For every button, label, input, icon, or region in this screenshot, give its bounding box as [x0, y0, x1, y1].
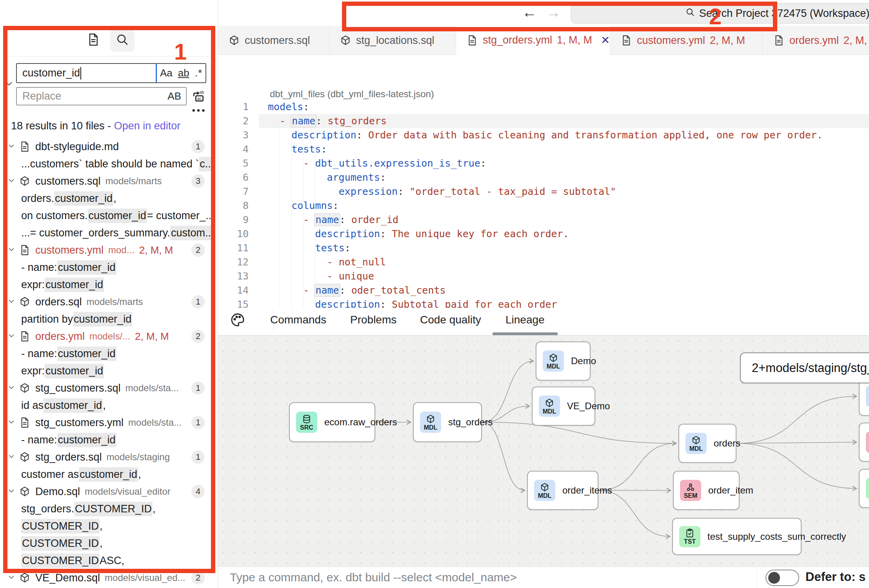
- editor-tab[interactable]: stg_locations.sql: [329, 26, 456, 55]
- chevron-down-icon[interactable]: [7, 175, 19, 187]
- code-line[interactable]: 11 tests:: [218, 241, 869, 255]
- code-line[interactable]: 2 - name: stg_orders: [218, 114, 869, 128]
- result-match-row[interactable]: CUSTOMER_ID,: [4, 535, 216, 552]
- result-match-row[interactable]: ...= customer_orders_summary.custom...: [4, 224, 216, 241]
- chevron-down-icon[interactable]: [7, 330, 19, 343]
- search-panel-button[interactable]: [110, 29, 135, 52]
- result-match-row[interactable]: stg_orders.CUSTOMER_ID,: [4, 500, 216, 517]
- chevron-down-icon[interactable]: [4, 78, 14, 90]
- editor-tab[interactable]: customers.yml2, M, M: [610, 26, 763, 55]
- file-name: orders.yml: [35, 330, 85, 343]
- result-match-row[interactable]: customer as customer_id,: [4, 466, 216, 483]
- result-match-row[interactable]: partition by customer_id: [4, 310, 216, 328]
- code-line[interactable]: 5 - dbt_utils.expression_is_true:: [218, 156, 869, 171]
- result-file-row[interactable]: customers.ymlmod...2, M, M2: [4, 241, 216, 259]
- lineage-node-orders[interactable]: MDLorders: [678, 424, 736, 463]
- code-line[interactable]: 15 description: Subtotal paid for each o…: [218, 298, 869, 308]
- lineage-selector-node[interactable]: 2+models/staging/stg_or: [740, 352, 869, 383]
- defer-toggle[interactable]: [765, 570, 799, 586]
- result-file-row[interactable]: orders.ymlmodels/...2, M, M2: [4, 328, 216, 345]
- result-match-row[interactable]: orders.customer_id,: [4, 190, 216, 207]
- command-input[interactable]: Type a command, ex. dbt build --select <…: [230, 571, 517, 584]
- replace-placeholder: Replace: [17, 90, 61, 102]
- result-match-row[interactable]: expr: customer_id: [4, 362, 216, 379]
- match-highlight: customer_id: [73, 312, 132, 327]
- chevron-down-icon[interactable]: [7, 382, 19, 394]
- line-number: 15: [218, 298, 249, 308]
- chevron-down-icon[interactable]: [7, 141, 19, 153]
- lineage-node-ecom.raw_orders[interactable]: SRCecom.raw_orders: [289, 402, 375, 442]
- code-line[interactable]: 13 - unique: [218, 269, 869, 283]
- more-options-button[interactable]: •••: [191, 105, 208, 116]
- back-arrow-icon[interactable]: ←: [522, 4, 537, 21]
- search-value: customer_id: [17, 67, 80, 79]
- result-match-row[interactable]: expr: customer_id: [4, 276, 216, 293]
- result-file-row[interactable]: orders.sqlmodels/marts1: [4, 293, 216, 310]
- chevron-down-icon[interactable]: [7, 417, 19, 429]
- code-line[interactable]: 12 - not_null: [218, 255, 869, 269]
- chevron-down-icon[interactable]: [7, 572, 19, 584]
- code-line[interactable]: 10 description: The unique key for each …: [218, 227, 869, 241]
- code-line[interactable]: 4 tests:: [218, 142, 869, 156]
- code-line[interactable]: 9 - name: order_id: [218, 213, 869, 227]
- code-line[interactable]: 3 description: Order data with basic cle…: [218, 128, 869, 142]
- code-line[interactable]: 14 - name: oder_total_cents: [218, 283, 869, 298]
- lineage-node-Demo[interactable]: MDLDemo: [536, 341, 591, 381]
- editor-tab[interactable]: customers.sql: [218, 26, 329, 55]
- svg-text:ab: ab: [200, 90, 204, 94]
- result-file-row[interactable]: customers.sqlmodels/marts3: [4, 172, 216, 190]
- code-editor[interactable]: 1models:2 - name: stg_orders3 descriptio…: [218, 100, 869, 308]
- lineage-node-VE_Demo[interactable]: MDLVE_Demo: [532, 387, 595, 426]
- close-icon[interactable]: ✕: [601, 34, 610, 47]
- open-in-editor-link[interactable]: Open in editor: [114, 120, 181, 132]
- result-match-row[interactable]: - name: customer_id: [4, 431, 216, 448]
- panel-tab-code-quality[interactable]: Code quality: [420, 314, 481, 326]
- panel-tab-commands[interactable]: Commands: [270, 314, 326, 326]
- preserve-case-toggle[interactable]: AB: [167, 90, 186, 102]
- lineage-node-test_supply_costs_sum_correctly[interactable]: TSTtest_supply_costs_sum_correctly: [672, 518, 802, 555]
- code-line[interactable]: 7 expression: "order_total - tax_paid = …: [218, 185, 869, 199]
- result-match-row[interactable]: CUSTOMER_ID ASC,: [4, 552, 216, 569]
- result-file-row[interactable]: Demo.sqlmodels/visual_editor4: [4, 483, 216, 500]
- editor-tab[interactable]: stg_orders.yml1, M, M✕: [456, 26, 610, 55]
- chevron-down-icon[interactable]: [7, 244, 19, 256]
- result-file-row[interactable]: stg_orders.sqlmodels/staging1: [4, 448, 216, 466]
- code-line[interactable]: 6 arguments:: [218, 171, 869, 185]
- result-file-row[interactable]: dbt-styleguide.md1: [4, 138, 216, 155]
- result-match-row[interactable]: - name: customer_id: [4, 259, 216, 276]
- result-match-row[interactable]: - name: customer_id: [4, 345, 216, 362]
- editor-tab[interactable]: orders.yml2, M, M: [763, 26, 869, 55]
- tst-node-icon: TST: [679, 526, 700, 547]
- chevron-down-icon[interactable]: [7, 486, 19, 498]
- code-line[interactable]: 1models:: [218, 100, 869, 114]
- search-input[interactable]: customer_id Aa ab .*: [16, 63, 206, 83]
- lineage-node-stg_orders[interactable]: MDLstg_orders: [413, 402, 482, 442]
- result-file-row[interactable]: stg_customers.ymlmodels/sta...1: [4, 414, 216, 431]
- match-highlight: customer_id: [45, 364, 104, 378]
- result-match-row[interactable]: ...customers` table should be named `c..…: [4, 155, 216, 172]
- lineage-node-order_items[interactable]: MDLorder_items: [527, 471, 598, 510]
- theme-palette-icon[interactable]: [230, 312, 245, 329]
- lineage-node-order_item[interactable]: SEMorder_item: [673, 471, 740, 510]
- lineage-node[interactable]: SEM: [859, 423, 869, 462]
- replace-input[interactable]: Replace AB: [16, 87, 187, 105]
- lineage-canvas[interactable]: SRCecom.raw_ordersMDLstg_ordersMDLDemoMD…: [218, 335, 869, 566]
- replace-all-icon[interactable]: acab: [191, 89, 208, 104]
- panel-tab-problems[interactable]: Problems: [350, 314, 396, 326]
- result-file-row[interactable]: VE_Demo.sqlmodels/visual_ed...2: [4, 569, 216, 586]
- result-file-row[interactable]: stg_customers.sqlmodels/sta...1: [4, 379, 216, 397]
- chevron-down-icon[interactable]: [7, 451, 19, 463]
- file-explorer-button[interactable]: [81, 29, 105, 52]
- chevron-down-icon[interactable]: [7, 296, 19, 308]
- lineage-node[interactable]: TST: [859, 469, 869, 508]
- code-line[interactable]: 8 columns:: [218, 199, 869, 213]
- result-match-row[interactable]: CUSTOMER_ID,: [4, 517, 216, 535]
- project-search-bar[interactable]: Search Project 372475 (Workspace): [571, 3, 869, 24]
- result-match-row[interactable]: on customers.customer_id = customer_...: [4, 207, 216, 224]
- regex-toggle[interactable]: .*: [195, 67, 202, 79]
- match-case-toggle[interactable]: Aa: [160, 67, 173, 79]
- whole-word-toggle[interactable]: ab: [178, 67, 189, 79]
- result-match-row[interactable]: id as customer_id,: [4, 397, 216, 414]
- panel-tab-lineage[interactable]: Lineage: [505, 314, 545, 326]
- model-cube-icon: [19, 451, 32, 463]
